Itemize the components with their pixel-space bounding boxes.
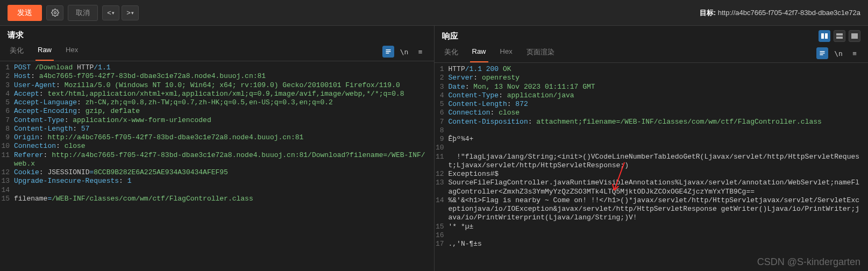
code-line: 6Accept-Encoding: gzip, deflate bbox=[0, 107, 434, 116]
line-number: 8 bbox=[0, 125, 14, 133]
response-tabs: 美化 Raw Hex 页面渲染 \n ≡ bbox=[435, 44, 869, 63]
code-line: 14%&'&<h1>Flag is nearby ~ Come on! !!</… bbox=[435, 196, 869, 223]
tab-pretty[interactable]: 美化 bbox=[8, 42, 26, 61]
hamburger-icon: ≡ bbox=[852, 49, 857, 58]
response-title: 响应 bbox=[442, 31, 458, 41]
line-content: Accept-Encoding: gzip, deflate bbox=[14, 107, 434, 116]
line-number: 7 bbox=[0, 116, 14, 125]
line-content: Host: a4bc7665-f705-42f7-83bd-dbae3c1e72… bbox=[14, 72, 434, 81]
line-content: Content-Disposition: attachment;filename… bbox=[449, 118, 869, 126]
code-line: 12Cookie: JSESSIONID=8CCB9B282E6A225AE93… bbox=[0, 168, 434, 177]
request-code[interactable]: 1POST /Download HTTP/1.12Host: a4bc7665-… bbox=[0, 61, 434, 271]
settings-button[interactable] bbox=[46, 5, 63, 20]
code-line: 11Referer: http://a4bc7665-f705-42f7-83b… bbox=[0, 151, 434, 169]
code-line: 3User-Agent: Mozilla/5.0 (Windows NT 10.… bbox=[0, 81, 434, 90]
tab-raw-resp[interactable]: Raw bbox=[470, 44, 488, 62]
line-number: 5 bbox=[0, 98, 14, 107]
tab-hex-resp[interactable]: Hex bbox=[498, 44, 515, 62]
newline-icon: \n bbox=[400, 48, 409, 56]
svg-rect-3 bbox=[386, 53, 389, 54]
svg-rect-5 bbox=[825, 33, 828, 39]
svg-rect-7 bbox=[836, 37, 843, 39]
chevron-right-icon: > bbox=[126, 9, 131, 17]
line-content: Content-Type: application/x-www-form-url… bbox=[14, 116, 434, 125]
cancel-button[interactable]: 取消 bbox=[68, 5, 98, 21]
code-line: 6Connection: close bbox=[435, 109, 869, 117]
response-code[interactable]: 1HTTP/1.1 200 OK2Server: openresty3Date:… bbox=[435, 63, 869, 271]
newline-toggle-resp[interactable]: \n bbox=[833, 47, 844, 59]
line-content: Connection: close bbox=[449, 109, 869, 117]
split-icon bbox=[821, 33, 828, 39]
line-content: Content-Length: 57 bbox=[14, 125, 434, 133]
line-content: Accept-Language: zh-CN,zh;q=0.8,zh-TW;q=… bbox=[14, 98, 434, 107]
layout-stack-button[interactable] bbox=[834, 30, 845, 42]
svg-rect-11 bbox=[820, 54, 823, 55]
menu-button[interactable]: ≡ bbox=[415, 46, 426, 58]
line-content: Upgrade-Insecure-Requests: 1 bbox=[14, 177, 434, 186]
layout-split-button[interactable] bbox=[819, 30, 830, 42]
line-number: 1 bbox=[435, 65, 449, 74]
target-label: 目标: http://a4bc7665-f705-42f7-83bd-dbae3… bbox=[700, 8, 860, 18]
line-number: 14 bbox=[0, 186, 14, 195]
tab-hex[interactable]: Hex bbox=[63, 42, 80, 61]
tab-render-resp[interactable]: 页面渲染 bbox=[524, 44, 557, 62]
code-line: 4Content-Type: application/java bbox=[435, 91, 869, 100]
line-content: POST /Download HTTP/1.1 bbox=[14, 63, 434, 72]
line-content: filename=/WEB-INF/classes/com/wm/ctf/Fla… bbox=[14, 195, 434, 203]
svg-rect-2 bbox=[386, 51, 390, 52]
code-line: 8Content-Length: 57 bbox=[0, 125, 434, 133]
code-line: 12Exceptions#$ bbox=[435, 170, 869, 179]
code-line: 7Content-Disposition: attachment;filenam… bbox=[435, 118, 869, 126]
nav-forward-button[interactable]: >▾ bbox=[122, 5, 139, 20]
line-number: 12 bbox=[435, 170, 449, 179]
line-content: Referer: http://a4bc7665-f705-42f7-83bd-… bbox=[14, 151, 434, 169]
line-content: Server: openresty bbox=[449, 74, 869, 82]
line-number: 16 bbox=[435, 231, 449, 240]
code-line: 10 bbox=[435, 144, 869, 152]
line-content: Accept: text/html,application/xhtml+xml,… bbox=[14, 90, 434, 98]
layout-single-button[interactable] bbox=[849, 30, 860, 42]
line-number: 6 bbox=[435, 109, 449, 117]
svg-rect-9 bbox=[820, 51, 825, 52]
code-line: 10Connection: close bbox=[0, 142, 434, 151]
code-line: 8 bbox=[435, 126, 869, 135]
actions-icon bbox=[819, 50, 826, 56]
newline-toggle[interactable]: \n bbox=[399, 46, 410, 58]
line-number: 9 bbox=[435, 135, 449, 144]
svg-rect-10 bbox=[820, 53, 825, 54]
line-number: 4 bbox=[435, 91, 449, 100]
code-line: 11 !"flagLjava/lang/String;<init>()VCode… bbox=[435, 153, 869, 170]
code-line: 9Origin: http://a4bc7665-f705-42f7-83bd-… bbox=[0, 133, 434, 142]
line-content bbox=[14, 186, 434, 195]
line-number: 6 bbox=[0, 107, 14, 116]
code-line: 1POST /Download HTTP/1.1 bbox=[0, 63, 434, 72]
actions-button-resp[interactable] bbox=[816, 47, 828, 59]
newline-icon: \n bbox=[834, 49, 843, 58]
request-tabs: 美化 Raw Hex \n ≡ bbox=[0, 42, 434, 61]
svg-rect-6 bbox=[836, 33, 843, 35]
svg-rect-1 bbox=[386, 49, 390, 51]
line-number: 9 bbox=[0, 133, 14, 142]
code-line: 1HTTP/1.1 200 OK bbox=[435, 65, 869, 74]
line-content: Cookie: JSESSIONID=8CCB9B282E6A225AE934A… bbox=[14, 168, 434, 177]
nav-back-button[interactable]: <▾ bbox=[102, 5, 119, 20]
gear-icon bbox=[51, 9, 59, 17]
line-number: 13 bbox=[435, 179, 449, 196]
line-number: 8 bbox=[435, 126, 449, 135]
tab-raw[interactable]: Raw bbox=[35, 42, 54, 61]
line-content: Connection: close bbox=[14, 142, 434, 151]
code-line: 15filename=/WEB-INF/classes/com/wm/ctf/F… bbox=[0, 195, 434, 203]
line-content: '* *µ± bbox=[449, 223, 869, 231]
actions-button[interactable] bbox=[382, 46, 394, 58]
line-content: User-Agent: Mozilla/5.0 (Windows NT 10.0… bbox=[14, 81, 434, 90]
tab-pretty-resp[interactable]: 美化 bbox=[442, 44, 460, 62]
code-line: 17.,'N-¶±s bbox=[435, 240, 869, 248]
line-content: !"flagLjava/lang/String;<init>()VCodeLin… bbox=[449, 153, 869, 170]
stack-icon bbox=[836, 33, 843, 39]
send-button[interactable]: 发送 bbox=[8, 5, 42, 21]
line-content: Content-Type: application/java bbox=[449, 91, 869, 100]
line-content bbox=[449, 144, 869, 152]
code-line: 3Date: Mon, 13 Nov 2023 01:11:17 GMT bbox=[435, 83, 869, 91]
menu-button-resp[interactable]: ≡ bbox=[849, 47, 860, 59]
line-content bbox=[449, 126, 869, 135]
